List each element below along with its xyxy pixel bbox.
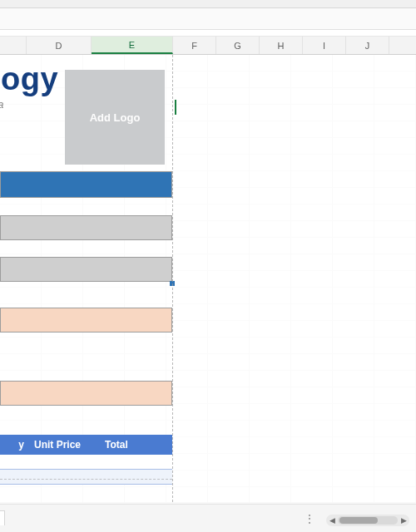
active-cell-outline	[170, 100, 176, 115]
scroll-right-icon[interactable]: ▶	[398, 515, 409, 526]
company-subtitle: ria	[0, 98, 3, 111]
col-header-unit-price: Unit Price	[29, 439, 100, 451]
company-title: logy	[0, 62, 58, 97]
horizontal-scrollbar[interactable]: ◀ ▶	[326, 515, 409, 526]
col-header-g[interactable]: G	[216, 37, 260, 54]
highlight-row-1[interactable]	[0, 308, 172, 332]
column-headers: D E F G H I J	[0, 37, 416, 55]
scroll-left-icon[interactable]: ◀	[326, 515, 338, 526]
invoice-table-body	[0, 455, 172, 485]
info-row-1[interactable]	[0, 215, 172, 240]
col-header-edge[interactable]	[0, 37, 27, 54]
add-logo-placeholder[interactable]: Add Logo	[65, 70, 165, 165]
sheet-tab-edge[interactable]	[0, 510, 5, 525]
col-header-h[interactable]: H	[260, 37, 303, 54]
highlight-row-2[interactable]	[0, 381, 172, 406]
col-header-e[interactable]: E	[92, 37, 173, 54]
col-header-total: Total	[100, 439, 150, 451]
scroll-track[interactable]	[338, 516, 398, 525]
col-header-i[interactable]: I	[303, 37, 346, 54]
col-header-f[interactable]: F	[173, 37, 216, 54]
table-row[interactable]	[0, 455, 172, 470]
invoice-table-header: y Unit Price Total	[0, 435, 172, 455]
ribbon-top-strip	[0, 0, 416, 8]
ribbon-lower-strip	[0, 8, 416, 30]
add-logo-label: Add Logo	[90, 111, 141, 124]
table-row[interactable]	[0, 470, 172, 485]
section-header-dark[interactable]	[0, 171, 172, 198]
col-header-j[interactable]: J	[346, 37, 389, 54]
col-header-qty-fragment: y	[0, 439, 29, 451]
tab-options-icon[interactable]: ⋮	[305, 513, 316, 525]
col-header-d[interactable]: D	[27, 37, 92, 54]
status-bar: ⋮ ◀ ▶	[0, 504, 416, 532]
selection-handle[interactable]	[170, 281, 175, 286]
info-row-2[interactable]	[0, 257, 172, 282]
scroll-thumb[interactable]	[339, 517, 378, 524]
spreadsheet-grid[interactable]: logy ria Add Logo y Unit Price Total	[0, 55, 416, 502]
formula-bar[interactable]	[0, 30, 416, 37]
